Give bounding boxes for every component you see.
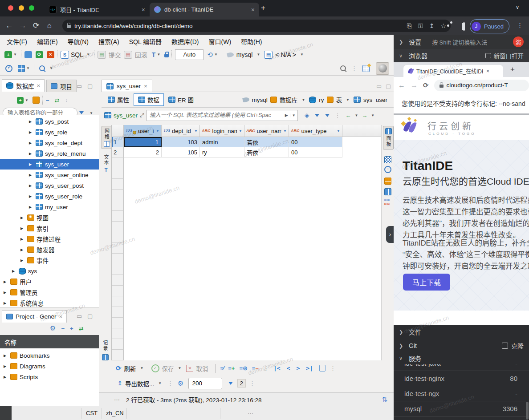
tree-item-用户[interactable]: ▶用户 xyxy=(0,276,99,287)
tree-item-sys_role[interactable]: ▶sys_role xyxy=(0,127,99,137)
connect-icon[interactable] xyxy=(24,51,32,58)
view-tab-1[interactable]: 数据 xyxy=(134,93,164,106)
expand-all-icon[interactable]: + xyxy=(70,325,73,332)
reload-icon[interactable]: ⟳ xyxy=(29,21,43,30)
browser-tab-project[interactable]: <t> 项目 - TitanIDE × xyxy=(45,3,150,16)
dropdown-icon[interactable]: ▼ xyxy=(301,98,305,102)
close-tab-icon[interactable]: × xyxy=(251,6,255,13)
side-panel-icon[interactable] xyxy=(463,23,465,30)
packages-icon[interactable] xyxy=(18,65,25,72)
dropdown-icon[interactable]: ▼ xyxy=(300,52,304,57)
new-tab-icon[interactable]: + xyxy=(510,65,515,74)
tab-search-icon[interactable]: ∨ xyxy=(516,4,519,10)
home-icon[interactable]: ⌂ xyxy=(43,21,56,30)
history-icon[interactable]: ⟲ xyxy=(207,51,213,59)
column-header-user_name[interactable]: ABCuser_name▼ xyxy=(244,125,289,137)
cell-user_name[interactable]: 若依 xyxy=(244,137,289,147)
empty-row-number[interactable] xyxy=(112,243,124,254)
dropdown-icon[interactable]: ▼ xyxy=(26,66,30,70)
tree-item-sys_user_online[interactable]: ▶sys_user_online xyxy=(0,170,99,180)
browser-tab-db-client[interactable]: db-client - TitanIDE × xyxy=(150,3,259,16)
expander-icon[interactable]: ▶ xyxy=(20,216,25,220)
dropdown-icon[interactable]: ▼ xyxy=(371,113,374,117)
column-header-user_id[interactable]: 123user_id▼ xyxy=(124,125,162,137)
empty-row-number[interactable] xyxy=(112,350,124,360)
maximize-panel-icon[interactable]: ▢ xyxy=(87,83,93,89)
first-page-icon[interactable]: |< xyxy=(273,365,281,372)
account-button[interactable] xyxy=(376,62,389,75)
services-scrollbar[interactable] xyxy=(526,402,529,420)
editor-tab-sys-user[interactable]: sys_user × xyxy=(102,80,152,92)
expander-icon[interactable]: ▶ xyxy=(4,354,8,358)
service-row-ide-test-ngx[interactable]: ide-test-ngx- xyxy=(394,386,529,401)
row-number[interactable]: 1 xyxy=(112,137,124,147)
new-tab-button[interactable]: + xyxy=(261,4,265,12)
close-window-button[interactable] xyxy=(8,5,13,11)
download-button[interactable]: 马上下载 xyxy=(403,274,450,291)
expander-icon[interactable]: ▶ xyxy=(4,280,8,284)
expander-icon[interactable]: ▶ xyxy=(20,237,25,241)
expander-icon[interactable]: ▶ xyxy=(4,291,8,295)
expander-icon[interactable]: ▶ xyxy=(29,130,33,134)
dropdown-icon[interactable]: ▼ xyxy=(13,52,17,57)
dropdown-icon[interactable]: ▼ xyxy=(158,381,162,385)
link-editor-icon[interactable]: ⇄ xyxy=(79,325,84,332)
link-editor-icon[interactable]: ⇄ xyxy=(55,97,60,104)
new-connection-icon[interactable]: + xyxy=(17,97,24,104)
fetch-size-input[interactable] xyxy=(188,378,222,389)
tab-project[interactable]: 项目 xyxy=(46,80,77,92)
erase-filter-icon[interactable]: ◈ xyxy=(305,112,309,119)
column-filter-icon[interactable]: ▼ xyxy=(156,129,159,133)
close-tab-icon[interactable]: × xyxy=(486,68,489,74)
preview-tab[interactable]: TitanIDE_CloudIDE_在线IDE × xyxy=(403,65,503,77)
password-key-icon[interactable]: ⚿ xyxy=(418,22,423,30)
last-page-icon[interactable]: >| xyxy=(306,365,313,372)
tree-item-触发器[interactable]: ▶触发器 xyxy=(0,244,99,255)
empty-row-number[interactable] xyxy=(112,168,124,179)
references-icon[interactable] xyxy=(384,188,391,195)
tree-item-视图[interactable]: ▶视图 xyxy=(0,212,99,223)
lock-toggle-icon[interactable] xyxy=(164,54,169,57)
column-filter-icon[interactable]: ▼ xyxy=(194,129,198,133)
expander-icon[interactable]: ▶ xyxy=(20,248,25,252)
expander-icon[interactable]: ▶ xyxy=(29,205,33,209)
value-viewer-icon[interactable] xyxy=(384,156,391,163)
context-table-label[interactable]: 表 xyxy=(336,95,342,104)
gear-icon[interactable]: ⚙ xyxy=(50,324,56,332)
minimize-editor-icon[interactable]: ▭ xyxy=(376,83,382,89)
dropdown-icon[interactable]: ▼ xyxy=(214,52,218,57)
expander-icon[interactable]: ▶ xyxy=(4,375,8,379)
new-connection-icon[interactable]: + xyxy=(4,51,12,58)
tree-item-sys_user[interactable]: ▶sys_user xyxy=(0,159,99,170)
empty-row-number[interactable] xyxy=(112,211,124,222)
expander-icon[interactable]: ▶ xyxy=(29,194,33,198)
dropdown-icon[interactable]: ▼ xyxy=(346,98,350,102)
project-item-bookmarks[interactable]: ▶Bookmarks xyxy=(0,350,99,361)
tree-item-sys[interactable]: ▶sys xyxy=(0,266,99,276)
tree-item-管理员[interactable]: ▶管理员 xyxy=(0,287,99,298)
dropdown-icon[interactable]: ▼ xyxy=(140,366,144,370)
empty-row-number[interactable] xyxy=(112,318,124,328)
quick-search-icon[interactable] xyxy=(340,65,346,71)
close-tab-icon[interactable]: × xyxy=(142,6,145,13)
cell-user_type[interactable]: 00 xyxy=(289,147,342,158)
close-icon[interactable]: × xyxy=(37,82,41,89)
expander-icon[interactable]: ▶ xyxy=(29,141,33,145)
edit-cell-icon[interactable]: ≡⁄ xyxy=(220,365,224,372)
apply-filter-icon[interactable]: ▶ xyxy=(285,113,288,117)
context-connection[interactable]: mysql xyxy=(252,97,268,103)
calc-panel-icon[interactable]: ⊕⊕⊗⊜ xyxy=(384,198,390,206)
text-view-toggle[interactable]: 文本 T xyxy=(102,154,110,173)
export-label[interactable]: 导出数据... xyxy=(125,379,154,388)
empty-row-number[interactable] xyxy=(112,254,124,264)
panel-toggle[interactable]: 面板 xyxy=(383,126,394,149)
duplicate-row-icon[interactable]: ≡⊕ xyxy=(239,365,247,372)
delete-row-icon[interactable]: ≡− xyxy=(252,365,259,372)
close-icon[interactable]: × xyxy=(59,313,63,320)
filter-history-icon[interactable]: ▼ xyxy=(290,113,296,117)
expander-icon[interactable]: ▶ xyxy=(12,269,16,273)
add-row-icon[interactable]: ≡+ xyxy=(228,365,235,372)
tx-mode-select[interactable]: Auto xyxy=(175,49,203,60)
open-new-window-button[interactable]: 新窗口打开 xyxy=(485,51,524,60)
view-menu-icon[interactable]: ⁝ xyxy=(65,97,67,103)
